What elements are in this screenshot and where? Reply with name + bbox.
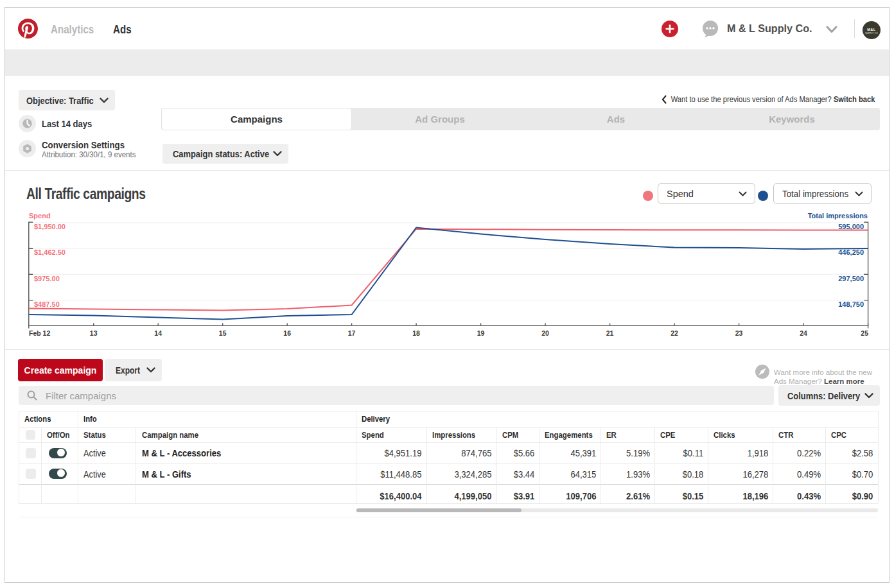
svg-text:16: 16 [283, 329, 291, 337]
svg-text:19: 19 [477, 329, 485, 337]
svg-text:25: 25 [861, 329, 868, 337]
svg-text:$975.00: $975.00 [34, 275, 60, 282]
svg-text:Spend: Spend [29, 212, 51, 220]
svg-text:Total impressions: Total impressions [808, 212, 868, 220]
svg-text:$487.50: $487.50 [34, 300, 60, 308]
svg-text:$1,950.00: $1,950.00 [34, 223, 66, 230]
svg-text:22: 22 [670, 329, 678, 337]
svg-text:24: 24 [800, 329, 807, 337]
svg-text:446,250: 446,250 [838, 248, 864, 256]
svg-text:13: 13 [90, 329, 98, 337]
svg-text:18: 18 [412, 329, 420, 337]
svg-text:17: 17 [348, 329, 356, 337]
svg-text:21: 21 [606, 329, 614, 337]
svg-text:148,750: 148,750 [838, 300, 864, 308]
svg-text:595,000: 595,000 [838, 223, 864, 230]
svg-text:14: 14 [154, 329, 162, 337]
svg-text:15: 15 [219, 329, 227, 337]
svg-text:$1,462.50: $1,462.50 [34, 248, 66, 256]
svg-text:297,500: 297,500 [838, 275, 864, 282]
svg-text:Feb 12: Feb 12 [29, 329, 50, 337]
svg-text:20: 20 [541, 329, 549, 337]
svg-text:23: 23 [735, 329, 743, 337]
